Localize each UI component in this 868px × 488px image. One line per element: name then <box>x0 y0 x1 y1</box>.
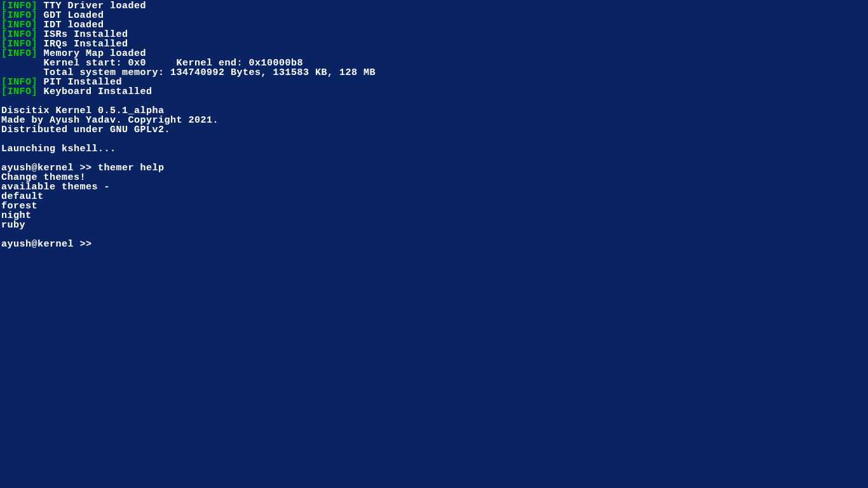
blank-line <box>1 97 868 106</box>
boot-line: [INFO] IRQs Installed <box>1 39 868 49</box>
memory-detail: Total system memory: 134740992 Bytes, 13… <box>1 68 868 78</box>
blank-line <box>1 154 868 163</box>
shell-prompt: ayush@kernel >> <box>1 239 98 250</box>
boot-line: [INFO] IDT loaded <box>1 20 868 30</box>
shell-prompt-active[interactable]: ayush@kernel >> <box>1 240 868 249</box>
boot-line: [INFO] Memory Map loaded <box>1 49 868 58</box>
boot-message: Keyboard Installed <box>44 86 153 97</box>
shell-command: themer help <box>98 163 165 173</box>
launching-line: Launching kshell... <box>1 144 868 154</box>
theme-item: night <box>1 211 868 220</box>
banner-line: Discitix Kernel 0.5.1_alpha <box>1 106 868 116</box>
output-available: available themes - <box>1 182 868 192</box>
banner-line: Made by Ayush Yadav. Copyright 2021. <box>1 116 868 125</box>
blank-line <box>1 135 868 144</box>
theme-item: forest <box>1 201 868 211</box>
theme-item: default <box>1 192 868 201</box>
memory-detail: Kernel start: 0x0 Kernel end: 0x10000b8 <box>1 58 868 68</box>
output-title: Change themes! <box>1 173 868 182</box>
boot-line: [INFO] GDT Loaded <box>1 11 868 20</box>
boot-line: [INFO] Keyboard Installed <box>1 87 868 97</box>
shell-prompt-line: ayush@kernel >> themer help <box>1 163 868 173</box>
boot-line: [INFO] ISRs Installed <box>1 30 868 39</box>
info-tag: INFO <box>8 86 32 97</box>
blank-line <box>1 230 868 240</box>
boot-line: [INFO] TTY Driver loaded <box>1 1 868 11</box>
theme-item: ruby <box>1 220 868 230</box>
bracket-close: ] <box>32 86 38 97</box>
banner-line: Distributed under GNU GPLv2. <box>1 125 868 135</box>
terminal-output: [INFO] TTY Driver loaded [INFO] GDT Load… <box>1 1 868 249</box>
boot-line: [INFO] PIT Installed <box>1 78 868 87</box>
